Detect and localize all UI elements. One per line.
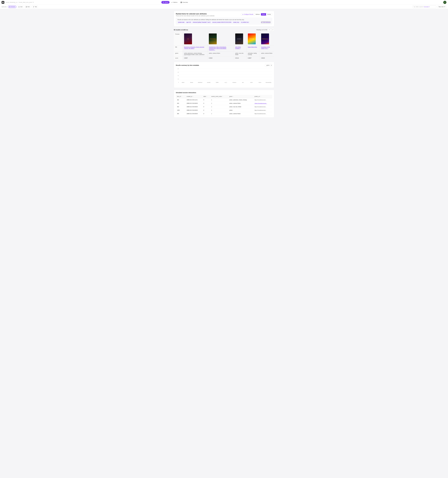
pagination: Showing 1 to 5 of 50 <box>256 28 274 31</box>
user-avatar[interactable]: J <box>443 1 446 4</box>
breadcrumb-sep: / <box>18 2 18 3</box>
col-sort-events[interactable]: events_event_value <box>211 96 227 97</box>
svg-line-1 <box>164 3 164 3</box>
y-10: 10 <box>176 78 179 80</box>
session-poster-2[interactable]: 1https://movielensmovie... <box>253 102 272 105</box>
row-label-title: title <box>174 45 183 52</box>
row-label-genre: genre <box>174 52 183 57</box>
col-header-created-at[interactable]: created_at <box>186 95 202 98</box>
col-header-events[interactable]: events_event_value <box>210 95 228 98</box>
title-cell-1: Dungeons & Dragons: Honor amongst Thieve… <box>183 45 207 52</box>
session-created-at-2: 1998-02-23 04:06:08 <box>186 102 202 105</box>
card-header-text: Ranked items for selected user attribute… <box>176 13 215 17</box>
col-header-item-id[interactable]: item_id <box>176 95 186 98</box>
grid-lines <box>179 68 272 83</box>
edit-attributes-button[interactable]: Edit Attributes <box>261 21 270 23</box>
svg-point-7 <box>19 6 19 7</box>
session-events-3: 1 <box>210 105 228 109</box>
session-genre-3: action, neo-noir, thriller <box>228 105 253 109</box>
nav-tab-overview[interactable]: Overview <box>179 1 189 4</box>
svg-point-0 <box>163 2 164 3</box>
table-row-preview: Preview D&D TRANSFORMERS JOHN WICK 4 SUP… <box>174 32 274 45</box>
session-item-id-5: 364 <box>176 112 186 115</box>
results-table: Preview D&D TRANSFORMERS JOHN WICK 4 SUP… <box>174 32 274 60</box>
preview-cell-1: D&D <box>183 32 207 45</box>
query-type-session[interactable]: Session <box>8 6 16 8</box>
session-item-id-4: 1303 <box>176 109 186 112</box>
title-cell-4: Super Mario Bros <box>246 45 260 52</box>
col-sort-created-at[interactable]: created_at <box>186 96 201 97</box>
col-header-poster-url[interactable]: poster_url <box>253 95 272 98</box>
attr-tag-gender: gender:male <box>178 21 185 23</box>
col-sort-label[interactable]: label <box>203 96 209 97</box>
preview-cell-3: JOHN WICK 4 <box>234 32 246 45</box>
col-sort-item-id[interactable]: item_id <box>177 96 184 97</box>
svg-point-13 <box>243 14 243 15</box>
score-cell-2: 0.9322 <box>207 57 234 60</box>
generate-link[interactable]: Generate ⟳ <box>424 6 429 7</box>
prev-page-button[interactable] <box>268 28 271 31</box>
movie-title-link-1[interactable]: Dungeons & Dragons: Honor amongst Thieve… <box>184 46 204 49</box>
query-type-user[interactable]: User <box>17 6 24 8</box>
svg-line-12 <box>415 7 415 7</box>
breadcrumb-project[interactable]: movie_streaming_co <box>6 2 17 3</box>
top-nav: movie_streaming_co / movie_feed_recs_pro… <box>0 0 448 5</box>
preview-cell-4: SUPER MARIO <box>246 32 260 45</box>
session-title: Simulated session interactions <box>176 92 272 94</box>
configure-results-button[interactable]: Configure Results <box>241 13 255 16</box>
genre-select[interactable]: genre <box>265 64 272 67</box>
nav-tab-query[interactable]: Query <box>161 1 170 4</box>
session-item-id-3: 453 <box>176 105 186 109</box>
chevron-down-icon: ▼ <box>444 6 445 7</box>
main-content: Ranked items for selected user attribute… <box>172 9 276 120</box>
y-axis: 25 20 15 10 5 <box>176 68 179 83</box>
results-section: 50 results in 0.035 ms Showing 1 to 5 of… <box>174 28 274 60</box>
query-type-item[interactable]: Item <box>25 6 31 8</box>
movie-title-link-3[interactable]: John Wick: Chapter 4 <box>235 46 241 49</box>
card-title: Ranked items for selected user attribute… <box>176 13 215 15</box>
card-header: Ranked items for selected user attribute… <box>176 13 272 17</box>
session-row-2: 424 1998-02-23 04:06:08 0 1 action, scie… <box>176 102 272 105</box>
attrs-description: Results are based on the user attributes… <box>178 19 270 20</box>
breadcrumb: movie_streaming_co / movie_feed_recs_pro… <box>6 2 34 3</box>
app-logo <box>2 1 4 4</box>
genre-cell-1: action-adventure, science-fantasy, psych… <box>183 52 207 57</box>
method-rank-button[interactable]: Rank <box>261 13 266 16</box>
nav-tab-metrics[interactable]: Metrics <box>170 1 179 4</box>
y-5: 5 <box>176 82 179 83</box>
configure-results-label: Configure Results <box>244 14 253 15</box>
session-created-at-5: 1998-02-23 04:06:08 <box>186 112 202 115</box>
new-user-button[interactable]: New User ▼ <box>437 6 446 8</box>
title-cell-5: Guardians of the Galaxy Vol. 3 <box>260 45 274 52</box>
session-label-4: 0 <box>202 109 210 112</box>
movie-title-link-5[interactable]: Guardians of the Galaxy Vol. 3 <box>261 46 270 49</box>
preview-cell-5: GUARDIANS VOL.3 <box>260 32 274 45</box>
breadcrumb-env[interactable]: movie_feed_recs_prod <box>19 2 32 3</box>
session-item-id-1: 402 <box>176 98 186 102</box>
movie-title-link-2[interactable]: Transformers: Rise of the Beasts. Transf… <box>209 46 226 50</box>
method-similar-button[interactable]: Similar <box>266 13 272 16</box>
attributes-box: Results are based on the user attributes… <box>176 18 272 25</box>
session-row-1: 402 1998-02-23 04:12:41 0 1 action, adve… <box>176 98 272 102</box>
card-subtitle: These are the most relevant results for … <box>176 15 215 17</box>
col-sort-genre[interactable]: genre <box>229 96 252 97</box>
col-header-genre[interactable]: genre <box>228 95 253 98</box>
poster-4: SUPER MARIO <box>248 33 256 44</box>
next-page-button[interactable] <box>271 28 274 31</box>
new-user-label: New User <box>439 6 444 7</box>
session-row-4: 1303 1998-02-23 04:06:08 0 1 action http… <box>176 109 272 112</box>
col-sort-poster-url[interactable]: poster_url <box>255 96 271 97</box>
session-poster-5: https://movielensmovie... <box>253 112 272 115</box>
poster-2: TRANSFORMERS <box>209 33 217 44</box>
chart-section: Results summary by item metadata genre 2… <box>174 62 274 88</box>
nav-tab-overview-label: Overview <box>183 2 188 3</box>
row-label-score: score <box>174 57 183 60</box>
col-header-label[interactable]: label <box>202 95 210 98</box>
session-poster-4: https://movielensmovie... <box>253 109 272 112</box>
nav-tab-metrics-label: Metrics <box>173 2 177 3</box>
movie-title-link-4[interactable]: Super Mario Bros <box>248 46 257 48</box>
score-cell-5: 0.8619 <box>260 57 274 60</box>
user-id-search[interactable]: Enter a user id Generate ⟳ <box>413 6 436 8</box>
nav-tab-query-label: Query <box>165 2 168 3</box>
query-type-text[interactable]: Text <box>32 6 38 8</box>
